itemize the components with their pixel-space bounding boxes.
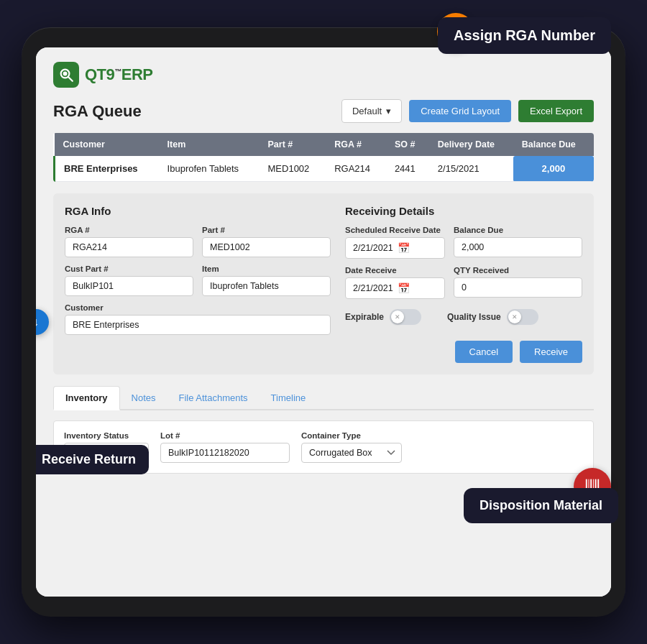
customer-input[interactable] [65,315,331,335]
create-grid-layout-button[interactable]: Create Grid Layout [409,100,511,122]
part-num-label: Part # [202,226,331,234]
rga-table: Customer Item Part # RGA # SO # Delivery… [53,133,594,182]
tab-inventory[interactable]: Inventory [53,386,120,410]
page-title-row: RGA Queue Default ▾ Create Grid Layout E… [53,99,594,123]
table-header-customer: Customer [55,133,159,156]
tabs-container: Inventory Notes File Attachments Timelin… [53,386,594,410]
app-header: QT9™ERP [53,62,594,88]
qty-received-label: QTY Received [454,266,582,275]
info-panels: RGA Info RGA # Part # [53,193,594,374]
cust-part-field: Cust Part # [65,264,193,296]
rga-num-input[interactable] [65,237,193,257]
rga-info-panel: RGA Info RGA # Part # [65,205,331,363]
title-actions: Default ▾ Create Grid Layout Excel Expor… [341,99,594,123]
inventory-status-label: Inventory Status [64,431,149,440]
container-type-label: Container Type [301,431,402,440]
table-header-balance: Balance Due [513,133,594,156]
date-receive-input[interactable]: 2/21/2021 📅 [345,277,445,299]
tabs-row: Inventory Notes File Attachments Timelin… [53,386,594,410]
cell-item: Ibuprofen Tablets [159,156,260,182]
toggles-row: Expirable ✕ Quality Issue [345,309,582,325]
qty-received-input[interactable] [454,277,582,298]
quality-issue-label: Quality Issue [447,312,501,322]
lot-num-input[interactable] [160,443,290,463]
toggle-knob-expirable: ✕ [391,310,404,323]
toggle-knob-quality: ✕ [508,310,521,323]
calendar-icon: 📅 [398,242,410,254]
quality-issue-toggle[interactable]: ✕ [507,309,538,325]
part-num-field: Part # [202,226,331,257]
cell-so: 2441 [386,156,429,182]
tab-file-attachments[interactable]: File Attachments [167,387,259,409]
rga-info-title: RGA Info [65,205,331,217]
table-header-part: Part # [260,133,326,156]
cancel-button[interactable]: Cancel [455,341,513,363]
logo-text: QT9™ERP [85,65,153,84]
svg-line-7 [68,77,73,81]
chevron-down-icon: ▾ [386,106,391,116]
scheduled-date-input[interactable]: 2/21/2021 📅 [345,237,445,259]
tab-notes[interactable]: Notes [120,387,168,409]
quality-issue-toggle-item: Quality Issue ✕ [447,309,538,325]
page-title: RGA Queue [53,102,142,121]
customer-label: Customer [65,303,331,312]
table-header-rga: RGA # [326,133,386,156]
action-buttons: Cancel Receive [345,341,582,363]
expirable-toggle-item: Expirable ✕ [345,309,421,325]
balance-due-label: Balance Due [454,226,582,234]
cell-part: MED1002 [260,156,326,182]
table-header-so: SO # [386,133,429,156]
assign-rga-tooltip: Assign RGA Number [438,17,611,54]
disposition-material-tooltip: Disposition Material [464,488,618,523]
svg-point-8 [63,72,68,76]
balance-due-field: Balance Due [454,226,582,259]
cell-customer: BRE Enterprises [55,156,159,182]
calendar-icon-2: 📅 [398,282,410,294]
table-header-delivery: Delivery Date [429,133,513,156]
scheduled-date-field: Scheduled Receive Date 2/21/2021 📅 [345,226,445,259]
table-header-item: Item [159,133,260,156]
tablet-shell: ↺ Assign RGA Number Disposition Material [22,27,625,617]
customer-field: Customer [65,303,331,335]
rga-num-label: RGA # [65,226,193,234]
cust-part-label: Cust Part # [65,264,193,273]
cell-balance: 2,000 [513,156,594,182]
receive-return-tooltip: Receive Return [36,445,149,474]
tab-timeline[interactable]: Timeline [260,387,318,409]
table-row[interactable]: BRE Enterprises Ibuprofen Tablets MED100… [55,156,595,182]
expirable-label: Expirable [345,312,384,322]
receiving-details-title: Receiving Details [345,205,582,217]
qty-received-field: QTY Received [454,266,582,299]
receive-button[interactable]: Receive [520,341,582,363]
rga-num-field: RGA # [65,226,193,257]
item-field: Item [202,264,331,296]
container-type-field: Container Type Corrugated BoxPalletDrumB… [301,431,402,463]
cell-delivery: 2/15/2021 [429,156,513,182]
expirable-toggle[interactable]: ✕ [390,309,421,325]
item-label: Item [202,264,331,273]
cust-part-input[interactable] [65,276,193,296]
default-button[interactable]: Default ▾ [341,99,402,123]
container-type-select[interactable]: Corrugated BoxPalletDrumBag [301,443,402,463]
receiving-details-panel: Receiving Details Scheduled Receive Date… [345,205,582,363]
logo-container: QT9™ERP [53,62,153,88]
item-input[interactable] [202,276,331,296]
cell-rga: RGA214 [326,156,386,182]
balance-due-input[interactable] [454,237,582,257]
part-num-input[interactable] [202,237,331,257]
excel-export-button[interactable]: Excel Export [518,100,594,122]
download-icon: ↓ [36,316,39,328]
date-receive-label: Date Receive [345,266,445,275]
lot-num-field: Lot # [160,431,290,463]
lot-num-label: Lot # [160,431,290,440]
scheduled-date-label: Scheduled Receive Date [345,226,445,234]
date-receive-field: Date Receive 2/21/2021 📅 [345,266,445,299]
qt9-logo-icon [53,62,79,88]
